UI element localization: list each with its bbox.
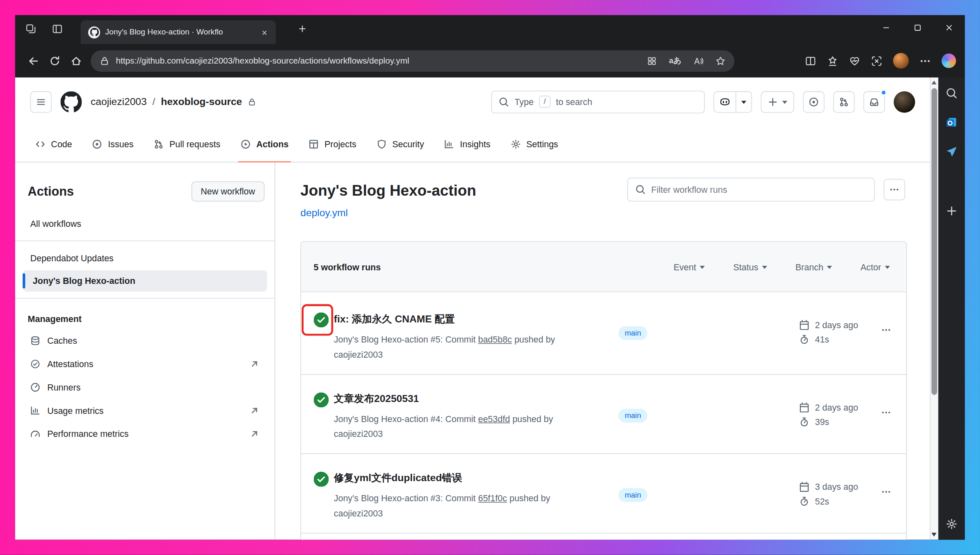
issues-dashboard-button[interactable] xyxy=(803,91,825,112)
github-favicon xyxy=(88,26,100,38)
refresh-button[interactable] xyxy=(44,50,65,71)
tab-settings[interactable]: Settings xyxy=(502,126,567,162)
favorites-icon[interactable] xyxy=(827,55,838,66)
run-title-link[interactable]: 修复yml文件duplicated错误 xyxy=(334,470,594,486)
run-description: Jony's Blog Hexo-action #4: Commit ee53d… xyxy=(334,411,594,442)
stopwatch-icon xyxy=(799,334,809,345)
workspaces-icon[interactable] xyxy=(25,23,37,35)
sidebar-item-usage-metrics[interactable]: Usage metrics xyxy=(23,399,267,422)
web-capture-icon[interactable] xyxy=(871,55,882,66)
add-sidebar-app-icon[interactable] xyxy=(946,206,957,217)
external-link-icon xyxy=(249,406,260,416)
filter-workflow-runs-input[interactable] xyxy=(651,185,867,195)
tab-close-icon[interactable]: × xyxy=(258,27,271,37)
new-tab-button[interactable]: + xyxy=(293,20,311,38)
favorite-star-icon[interactable] xyxy=(715,56,726,66)
tab-pull-requests[interactable]: Pull requests xyxy=(145,126,229,162)
close-button[interactable] xyxy=(933,15,965,40)
browser-window: Jony's Blog Hexo-action · Workflo × + ht… xyxy=(15,15,965,540)
browser-menu-icon[interactable] xyxy=(920,55,931,66)
home-button[interactable] xyxy=(66,50,87,71)
run-title-link[interactable]: 文章发布20250531 xyxy=(334,391,594,407)
global-search-input[interactable]: Type / to search xyxy=(491,90,705,113)
caches-icon xyxy=(30,336,41,346)
search-placeholder-rest: to search xyxy=(556,97,592,107)
browser-essentials-icon[interactable] xyxy=(849,55,861,66)
minimize-button[interactable] xyxy=(870,15,902,40)
scrollbar-thumb[interactable] xyxy=(932,88,937,395)
sidebar-settings-icon[interactable] xyxy=(946,518,957,530)
calendar-icon xyxy=(799,482,809,492)
success-check-icon xyxy=(314,392,329,407)
sidebar-item-performance-metrics[interactable]: Performance metrics xyxy=(23,423,267,445)
sidebar-search-icon[interactable] xyxy=(946,87,957,99)
copilot-chat-button[interactable] xyxy=(714,91,736,112)
branch-badge[interactable]: main xyxy=(619,488,648,502)
tab-actions[interactable]: Actions xyxy=(232,126,297,162)
split-screen-icon[interactable] xyxy=(805,55,816,66)
new-workflow-button[interactable]: New workflow xyxy=(191,181,265,201)
sidebar-item-jonys-blog-hexo-action[interactable]: Jony's Blog Hexo-action xyxy=(23,270,267,292)
create-new-button[interactable] xyxy=(761,91,794,112)
workflow-file-link[interactable]: deploy.yml xyxy=(300,207,348,219)
copilot-dropdown-button[interactable] xyxy=(736,91,752,112)
run-options-button[interactable] xyxy=(881,325,891,335)
run-options-button[interactable] xyxy=(881,407,891,418)
site-info-icon[interactable] xyxy=(100,56,110,66)
run-title-link[interactable]: fix: 添加永久 CNAME 配置 xyxy=(334,311,594,327)
browser-profile-avatar[interactable] xyxy=(893,53,909,69)
vertical-tabs-icon[interactable] xyxy=(52,23,63,35)
tab-issues[interactable]: Issues xyxy=(83,126,142,162)
private-repo-lock-icon xyxy=(248,97,256,106)
filter-branch-dropdown[interactable]: Branch xyxy=(795,262,832,272)
read-aloud-icon[interactable] xyxy=(693,56,704,66)
maximize-button[interactable] xyxy=(902,15,934,40)
filter-event-dropdown[interactable]: Event xyxy=(674,262,705,272)
drop-icon[interactable] xyxy=(945,146,958,158)
sidebar-item-attestations[interactable]: Attestations xyxy=(23,353,267,375)
breadcrumb-owner-link[interactable]: caojiezi2003 xyxy=(91,96,147,107)
pull-requests-dashboard-button[interactable] xyxy=(833,91,854,112)
browser-navbar: https://github.com/caojiezi2003/hexoblog… xyxy=(15,44,965,77)
github-page: caojiezi2003 / hexoblog-source Type / to… xyxy=(15,78,930,540)
workflow-run-row: 修复yml文件duplicated错误 Jony's Blog Hexo-act… xyxy=(301,454,906,533)
sidebar-item-caches[interactable]: Caches xyxy=(23,329,267,352)
scroll-up-arrow[interactable] xyxy=(932,81,937,85)
run-options-button[interactable] xyxy=(881,487,891,497)
tab-security[interactable]: Security xyxy=(368,126,433,162)
commit-link[interactable]: bad5b8c xyxy=(478,334,512,345)
back-button[interactable] xyxy=(23,50,44,71)
page-scrollbar[interactable] xyxy=(930,78,939,540)
breadcrumb-repo-link[interactable]: hexoblog-source xyxy=(161,96,242,107)
apps-icon[interactable] xyxy=(647,56,657,66)
sidebar-item-all-workflows[interactable]: All workflows xyxy=(23,213,267,234)
outlook-icon[interactable] xyxy=(945,116,958,128)
workflow-options-button[interactable] xyxy=(884,179,905,200)
tab-code[interactable]: Code xyxy=(26,126,81,162)
actions-sidebar: Actions New workflow All workflows Depen… xyxy=(15,162,275,540)
filter-actor-dropdown[interactable]: Actor xyxy=(861,262,890,272)
notifications-inbox-button[interactable] xyxy=(863,91,885,112)
filter-status-dropdown[interactable]: Status xyxy=(733,262,767,272)
branch-badge[interactable]: main xyxy=(619,326,648,340)
address-bar[interactable]: https://github.com/caojiezi2003/hexoblog… xyxy=(91,50,734,71)
copilot-icon[interactable] xyxy=(941,54,956,68)
tab-projects[interactable]: Projects xyxy=(300,126,365,162)
scroll-down-arrow[interactable] xyxy=(932,533,937,537)
tab-insights[interactable]: Insights xyxy=(435,126,499,162)
sidebar-item-runners[interactable]: Runners xyxy=(23,376,267,399)
branch-badge[interactable]: main xyxy=(619,409,648,423)
commit-link[interactable]: ee53dfd xyxy=(478,414,510,424)
browser-tab[interactable]: Jony's Blog Hexo-action · Workflo × xyxy=(81,20,276,44)
success-check-icon xyxy=(314,472,329,487)
translate-icon[interactable]: aあ xyxy=(669,55,681,66)
attestations-icon xyxy=(30,359,41,369)
external-link-icon xyxy=(249,359,260,369)
github-user-avatar[interactable] xyxy=(894,91,915,112)
hamburger-menu-button[interactable] xyxy=(30,91,52,112)
github-logo[interactable] xyxy=(60,91,82,112)
workflow-run-row: 文章发布20250531 Jony's Blog Hexo-action #4:… xyxy=(301,375,906,454)
sidebar-item-dependabot-updates[interactable]: Dependabot Updates xyxy=(23,247,267,269)
success-check-icon xyxy=(314,313,329,328)
commit-link[interactable]: 65f1f0c xyxy=(478,493,507,503)
